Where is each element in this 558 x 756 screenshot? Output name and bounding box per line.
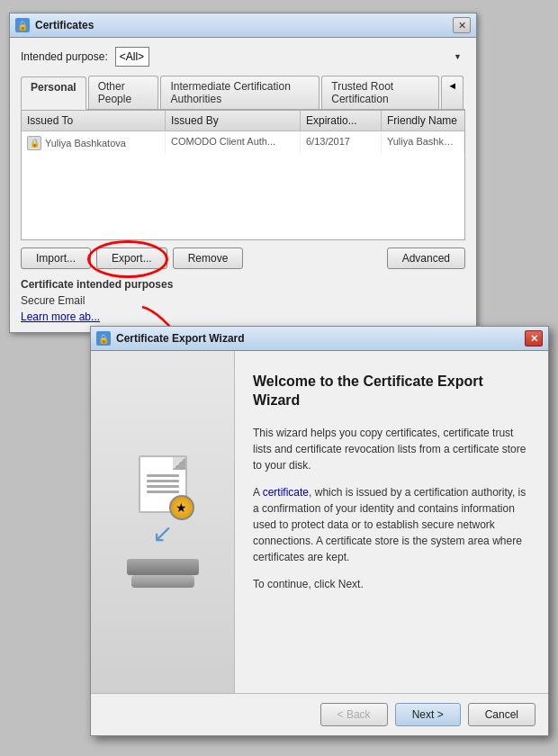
cell-expiration: 6/13/2017 [301, 133, 382, 153]
cert-list-body[interactable]: 🔒 Yuliya Bashkatova COMODO Client Auth..… [22, 131, 464, 239]
export-btn-wrapper: Export... [96, 248, 167, 269]
cert-buttons-row: Import... Export... Remove Advanced [21, 248, 465, 269]
intended-label: Intended purpose: [21, 50, 108, 63]
cancel-button[interactable]: Cancel [468, 703, 536, 726]
table-row[interactable]: 🔒 Yuliya Bashkatova COMODO Client Auth..… [22, 131, 464, 155]
cell-issued-to: 🔒 Yuliya Bashkatova [22, 133, 166, 153]
wizard-para2: A certificate, which is issued by a cert… [253, 484, 530, 565]
cert-purposes-value: Secure Email [21, 294, 465, 307]
cert-purposes-label: Certificate intended purposes [21, 278, 465, 291]
illus-disk [131, 575, 194, 588]
cert-row-icon: 🔒 [27, 136, 41, 150]
wizard-footer: < Back Next > Cancel [91, 693, 548, 735]
wizard-para1: This wizard helps you copy certificates,… [253, 425, 530, 473]
col-issued-to[interactable]: Issued To [22, 111, 166, 130]
wizard-titlebar: 🔒 Certificate Export Wizard ✕ [91, 327, 548, 351]
cert-link: certificate [263, 486, 309, 499]
learn-more-link[interactable]: Learn more ab... [21, 310, 465, 323]
wizard-body: ★ ↙ Welcome to the Certificate Export Wi… [91, 351, 548, 693]
illus-line-2 [147, 480, 179, 482]
illus-arrow: ↙ [152, 518, 173, 548]
illus-cert-badge: ★ [169, 495, 194, 520]
illus-line-4 [147, 490, 179, 493]
wizard-window-title: Certificate Export Wizard [116, 332, 519, 345]
wizard-close-button[interactable]: ✕ [525, 330, 543, 346]
tab-other-people[interactable]: Other People [88, 76, 159, 109]
remove-button[interactable]: Remove [173, 248, 244, 269]
wizard-para3: To continue, click Next. [253, 576, 530, 592]
tab-more[interactable]: ◄ [441, 76, 464, 109]
illus-cert-doc: ★ [139, 455, 187, 513]
wizard-window-icon: 🔒 [96, 331, 111, 346]
cert-list-panel: Issued To Issued By Expiratio... Friendl… [21, 110, 465, 240]
intended-select[interactable]: <All> [115, 47, 149, 67]
col-expiration[interactable]: Expiratio... [301, 111, 382, 130]
export-button[interactable]: Export... [96, 248, 167, 269]
illus-cert-lines [147, 474, 179, 493]
intended-select-wrapper[interactable]: <All> [115, 47, 465, 67]
tab-trusted-root[interactable]: Trusted Root Certification [321, 76, 439, 109]
illus-line-3 [147, 485, 179, 488]
wizard-window: 🔒 Certificate Export Wizard ✕ ★ ↙ [90, 326, 549, 736]
wizard-illustration: ★ ↙ [127, 455, 199, 590]
intended-purpose-row: Intended purpose: <All> [21, 47, 465, 67]
cell-issued-by: COMODO Client Auth... [166, 133, 301, 153]
cell-friendly-name: Yuliya Bashkatova [382, 133, 464, 153]
cert-list-header: Issued To Issued By Expiratio... Friendl… [22, 111, 464, 131]
col-friendly-name[interactable]: Friendly Name [382, 111, 464, 130]
back-button[interactable]: < Back [320, 703, 388, 726]
cert-window-icon: 🔒 [15, 18, 30, 32]
illus-line-1 [147, 474, 179, 477]
wizard-illustration-panel: ★ ↙ [91, 351, 235, 693]
import-button[interactable]: Import... [21, 248, 91, 269]
cert-titlebar: 🔒 Certificates ✕ [10, 14, 476, 38]
wizard-right-panel: Welcome to the Certificate Export Wizard… [235, 351, 548, 693]
cert-tabs-bar: Personal Other People Intermediate Certi… [21, 76, 465, 110]
cert-body: Intended purpose: <All> Personal Other P… [10, 38, 476, 332]
illus-disk-base [127, 559, 199, 575]
advanced-button[interactable]: Advanced [387, 248, 465, 269]
tab-personal[interactable]: Personal [21, 76, 86, 110]
tab-intermediate[interactable]: Intermediate Certification Authorities [160, 76, 320, 109]
wizard-heading: Welcome to the Certificate Export Wizard [253, 373, 530, 410]
cert-window-title: Certificates [35, 19, 447, 32]
next-button[interactable]: Next > [395, 703, 461, 726]
col-issued-by[interactable]: Issued By [166, 111, 301, 130]
cert-close-button[interactable]: ✕ [453, 17, 471, 33]
certificates-window: 🔒 Certificates ✕ Intended purpose: <All>… [9, 13, 477, 333]
